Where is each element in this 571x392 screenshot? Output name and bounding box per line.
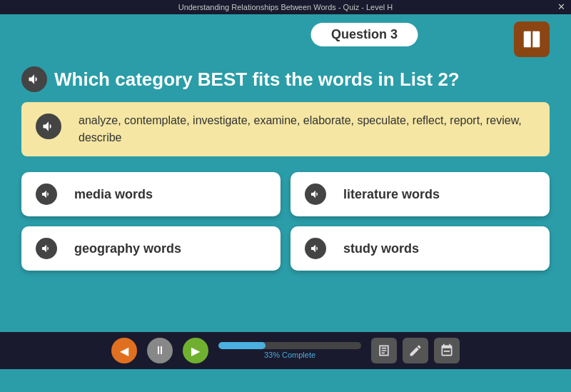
progress-text: 33% Complete (264, 351, 315, 359)
speaker-icon (310, 189, 321, 200)
wordlist-speaker-icon (41, 119, 56, 134)
question-header: Question 3 (21, 23, 550, 56)
answer-geography-label: geography words (74, 241, 181, 256)
clip-icon (440, 343, 454, 358)
question-text: Which category BEST fits the words in Li… (54, 69, 460, 91)
answer-geography-words[interactable]: geography words (21, 226, 281, 271)
wordlist-speaker-button[interactable] (36, 114, 61, 139)
prev-icon: ◀ (120, 344, 128, 358)
answer-media-speaker-icon (36, 184, 57, 205)
progress-bar-background (218, 342, 361, 349)
bottom-icons (371, 338, 460, 363)
answers-grid: media words literature words geography w… (21, 172, 550, 271)
answer-media-words[interactable]: media words (21, 172, 281, 216)
answer-study-words[interactable]: study words (290, 226, 550, 271)
bottom-bar: ◀ ⏸ ▶ 33% Complete (0, 332, 571, 369)
answer-media-label: media words (74, 187, 153, 202)
next-button[interactable]: ▶ (183, 338, 208, 363)
speaker-icon (310, 243, 321, 254)
word-list-box: analyze, contemplate, investigate, exami… (21, 102, 550, 156)
progress-bar-fill (218, 342, 266, 349)
question-badge-label: Question 3 (331, 27, 398, 41)
title-bar: Understanding Relationships Between Word… (0, 0, 571, 14)
pause-icon: ⏸ (154, 344, 166, 357)
pencil-icon-button[interactable] (403, 338, 428, 363)
word-list-text: analyze, contemplate, investigate, exami… (79, 112, 535, 146)
answer-study-speaker-icon (305, 238, 326, 259)
book-icon-button[interactable] (514, 21, 550, 57)
pause-button[interactable]: ⏸ (147, 338, 173, 363)
speaker-icon (41, 189, 52, 200)
question-badge: Question 3 (311, 23, 418, 46)
main-content: Question 3 Which category BEST fits the … (0, 14, 571, 369)
prev-button[interactable]: ◀ (111, 338, 137, 363)
notebook-icon (377, 343, 391, 358)
book-icon (521, 29, 542, 50)
next-icon: ▶ (191, 344, 200, 358)
answer-study-label: study words (343, 241, 419, 256)
speaker-icon (27, 72, 41, 86)
clip-icon-button[interactable] (434, 338, 460, 363)
question-speaker-button[interactable] (21, 66, 47, 92)
title-text: Understanding Relationships Between Word… (178, 3, 393, 11)
progress-container: 33% Complete (218, 342, 361, 359)
question-row: Which category BEST fits the words in Li… (21, 66, 550, 92)
answer-geography-speaker-icon (36, 238, 57, 259)
answer-literature-words[interactable]: literature words (290, 172, 550, 216)
close-button[interactable]: ✕ (557, 1, 565, 12)
answer-literature-speaker-icon (305, 184, 326, 205)
answer-literature-label: literature words (343, 187, 440, 202)
speaker-icon (41, 243, 52, 254)
notebook-icon-button[interactable] (371, 338, 397, 363)
pencil-icon (408, 343, 423, 358)
